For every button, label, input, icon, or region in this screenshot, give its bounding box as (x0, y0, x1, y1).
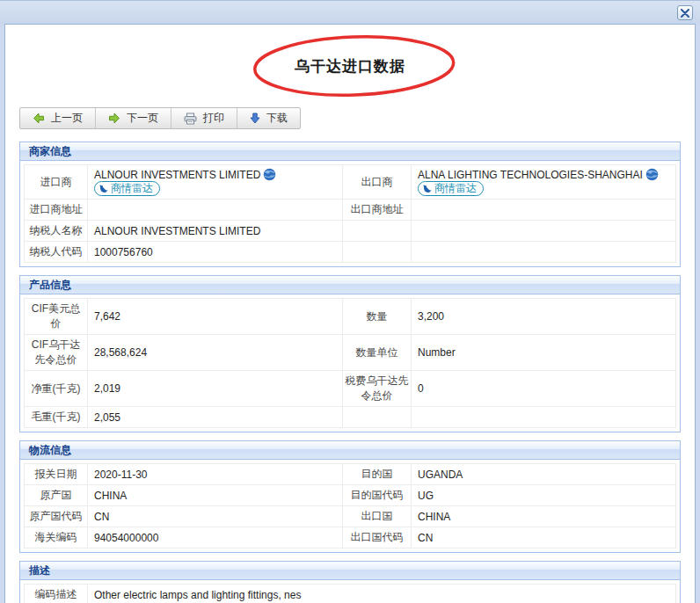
row-value: 2020-11-30 (88, 464, 343, 485)
row-value: ALNOUR INVESTMENTS LIMITED 商情雷达 (88, 165, 343, 200)
row-label: 进口商 (25, 165, 88, 200)
radar-badge-label: 商情雷达 (111, 181, 153, 196)
row-label: 目的国代码 (343, 485, 412, 506)
row-label: 数量 (343, 299, 412, 335)
row-value (412, 221, 676, 242)
value-text: 0 (418, 382, 424, 395)
next-page-button[interactable]: 下一页 (96, 108, 171, 128)
info-sections: 商家信息进口商ALNOUR INVESTMENTS LIMITED 商情雷达出口… (19, 142, 681, 603)
row-label: 原产国代码 (25, 506, 88, 527)
row-value (412, 200, 676, 221)
download-button[interactable]: 下载 (237, 108, 300, 128)
section-header: 物流信息 (20, 441, 680, 460)
row-label: 出口国代码 (343, 527, 412, 549)
row-label (343, 221, 412, 242)
row-value: 1000756760 (88, 242, 343, 263)
value-text: 2,055 (94, 411, 120, 424)
row-label: 原产国 (25, 485, 88, 506)
print-button[interactable]: 打印 (171, 108, 237, 128)
value-text: 2020-11-30 (94, 469, 148, 481)
table-row: 毛重(千克)2,055 (25, 407, 676, 428)
row-value: 3,200 (412, 299, 676, 335)
next-page-label: 下一页 (127, 111, 158, 126)
table-row: 进口商地址出口商地址 (25, 200, 676, 221)
row-label: 出口商 (343, 165, 412, 200)
print-label: 打印 (203, 111, 224, 126)
info-table: 编码描述Other electric lamps and lighting fi… (24, 584, 676, 603)
radar-badge-label: 商情雷达 (434, 181, 477, 196)
prev-page-label: 上一页 (51, 111, 83, 126)
table-row: 海关编码94054000000出口国代码CN (25, 527, 676, 549)
row-label: 编码描述 (25, 585, 88, 603)
row-value: CHINA (88, 485, 343, 506)
table-row: CIF美元总价7,642数量3,200 (25, 299, 676, 335)
table-row: 原产国CHINA目的国代码UG (25, 485, 676, 506)
table-row: 原产国代码CN出口国CHINA (25, 506, 676, 527)
download-label: 下载 (266, 111, 288, 126)
toolbar: 上一页 下一页 打印 (19, 107, 301, 129)
row-value: ALNOUR INVESTMENTS LIMITED (88, 221, 343, 242)
table-row: 净重(千克)2,019税费乌干达先令总价0 (25, 371, 676, 407)
table-row: 纳税人代码1000756760 (25, 242, 676, 263)
prev-page-button[interactable]: 上一页 (20, 108, 96, 128)
value-text: ALNOUR INVESTMENTS LIMITED (94, 169, 260, 181)
row-label: 报关日期 (25, 464, 88, 485)
radar-badge[interactable]: 商情雷达 (94, 181, 160, 196)
info-table: CIF美元总价7,642数量3,200CIF乌干达先令总价28,568,624数… (24, 298, 676, 428)
radar-badge[interactable]: 商情雷达 (418, 181, 484, 196)
section-1: 产品信息CIF美元总价7,642数量3,200CIF乌干达先令总价28,568,… (19, 275, 681, 432)
row-value: UG (412, 485, 676, 506)
row-value: 2,019 (88, 371, 343, 407)
row-value: CHINA (412, 506, 676, 527)
row-value: ALNA LIGHTING TECHNOLOGIES-SHANGHAI 商情雷达 (412, 165, 676, 200)
table-row: 进口商ALNOUR INVESTMENTS LIMITED 商情雷达出口商ALN… (25, 165, 676, 200)
value-text: CHINA (94, 490, 127, 502)
value-text: Other electric lamps and lighting fittin… (94, 589, 301, 601)
printer-icon (184, 113, 197, 125)
row-value (412, 242, 676, 263)
row-value: 7,642 (88, 299, 343, 335)
row-label: 进口商地址 (25, 200, 88, 221)
section-2: 物流信息报关日期2020-11-30目的国UGANDA原产国CHINA目的国代码… (19, 440, 681, 553)
value-text: 1000756760 (94, 246, 153, 258)
value-text: 7,642 (94, 310, 120, 323)
row-label: CIF乌干达先令总价 (25, 335, 88, 371)
row-label: 纳税人代码 (25, 242, 88, 263)
section-body: CIF美元总价7,642数量3,200CIF乌干达先令总价28,568,624数… (20, 294, 680, 432)
radar-dish-icon (98, 184, 109, 194)
row-label: CIF美元总价 (25, 299, 88, 335)
value-text: 94054000000 (94, 532, 158, 544)
dialog-content: 乌干达进口数据 上一页 下一页 (4, 24, 696, 603)
value-text: Number (418, 346, 456, 359)
row-value (88, 200, 343, 221)
table-row: 编码描述Other electric lamps and lighting fi… (25, 585, 676, 603)
next-arrow-icon (108, 113, 120, 124)
prev-arrow-icon (33, 113, 45, 124)
row-label (343, 242, 412, 263)
row-label: 出口国 (343, 506, 412, 527)
value-text: CN (418, 532, 433, 544)
row-value: 0 (412, 371, 676, 407)
section-header: 产品信息 (20, 276, 680, 294)
row-value: Other electric lamps and lighting fittin… (88, 585, 676, 603)
value-text: 28,568,624 (94, 346, 147, 359)
globe-icon[interactable] (263, 168, 276, 181)
dialog-title-bar (0, 0, 700, 24)
row-value: 94054000000 (88, 527, 343, 549)
row-value: UGANDA (412, 464, 676, 485)
page-title: 乌干达进口数据 (295, 56, 405, 76)
value-text: UGANDA (418, 469, 463, 481)
download-arrow-icon (250, 113, 260, 124)
section-3: 描述编码描述Other electric lamps and lighting … (19, 561, 681, 603)
section-header: 描述 (20, 562, 680, 580)
section-header: 商家信息 (20, 142, 680, 161)
section-body: 编码描述Other electric lamps and lighting fi… (20, 580, 680, 603)
value-text: CN (94, 511, 109, 523)
close-button[interactable] (677, 5, 693, 20)
value-text: 2,019 (94, 382, 120, 395)
row-value: 2,055 (88, 407, 343, 428)
globe-icon[interactable] (645, 168, 659, 181)
table-row: CIF乌干达先令总价28,568,624数量单位Number (25, 335, 676, 371)
section-body: 报关日期2020-11-30目的国UGANDA原产国CHINA目的国代码UG原产… (20, 460, 680, 552)
section-body: 进口商ALNOUR INVESTMENTS LIMITED 商情雷达出口商ALN… (20, 161, 680, 266)
